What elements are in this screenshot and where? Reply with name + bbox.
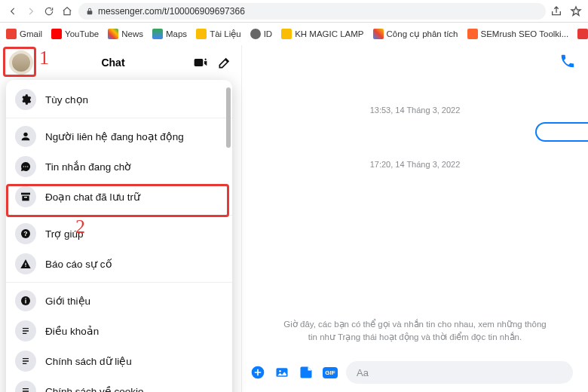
dd-data-policy[interactable]: Chính sách dữ liệu bbox=[6, 346, 232, 376]
youtube-icon bbox=[51, 29, 62, 39]
gmail-icon bbox=[6, 29, 17, 39]
annotation-2: 2 bbox=[75, 216, 85, 238]
dd-archived[interactable]: Đoạn chat đã lưu trữ bbox=[6, 182, 232, 212]
address-bar[interactable]: messenger.com/t/100006909697366 bbox=[78, 3, 546, 20]
svg-rect-0 bbox=[194, 59, 204, 66]
scrollbar[interactable] bbox=[226, 87, 231, 148]
dd-terms[interactable]: Điều khoản bbox=[6, 316, 232, 346]
settings-dropdown: Tùy chọn Người liên hệ đang hoạt động Ti… bbox=[6, 80, 232, 392]
home-button[interactable] bbox=[60, 5, 74, 18]
analytics-icon bbox=[373, 29, 384, 39]
maps-icon bbox=[152, 29, 163, 39]
svg-point-12 bbox=[25, 298, 26, 299]
message-icon bbox=[15, 156, 36, 177]
bookmark-news[interactable]: News bbox=[108, 29, 143, 39]
sticker-icon[interactable] bbox=[298, 364, 314, 381]
bookmark-tailieu[interactable]: Tài Liệu bbox=[196, 29, 241, 39]
annotation-1: 1 bbox=[39, 47, 49, 69]
dd-waiting-msg[interactable]: Tin nhắn đang chờ bbox=[6, 152, 232, 182]
id-icon bbox=[250, 29, 261, 39]
folder-icon bbox=[196, 29, 207, 39]
list-icon bbox=[15, 351, 36, 372]
news-icon bbox=[108, 29, 118, 39]
contact-icon bbox=[15, 126, 36, 147]
message-bubble bbox=[535, 122, 588, 142]
dd-active-contact[interactable]: Người liên hệ đang hoạt động bbox=[6, 121, 232, 152]
help-icon: ? bbox=[15, 223, 36, 244]
dd-about[interactable]: Giới thiệu bbox=[6, 286, 232, 316]
svg-point-15 bbox=[279, 370, 281, 372]
chat-title: Chat bbox=[101, 57, 124, 69]
timestamp-1: 13:53, 14 Tháng 3, 2022 bbox=[242, 106, 588, 115]
gif-icon[interactable]: GIF bbox=[322, 364, 338, 381]
lock-icon bbox=[86, 8, 93, 15]
svg-rect-6 bbox=[21, 193, 30, 195]
dd-tuy-chon[interactable]: Tùy chọn bbox=[6, 84, 232, 115]
bookmark-maps[interactable]: Maps bbox=[152, 29, 187, 39]
reload-button[interactable] bbox=[42, 5, 56, 18]
bookmark-gioithieu[interactable]: Giới thiệu sản phẩ... bbox=[577, 29, 588, 39]
svg-point-5 bbox=[27, 166, 28, 167]
star-icon[interactable] bbox=[570, 5, 582, 17]
message-input[interactable]: Aa bbox=[346, 361, 573, 384]
product-icon bbox=[577, 29, 588, 39]
forward-button[interactable] bbox=[24, 5, 38, 18]
archive-icon bbox=[15, 186, 36, 207]
svg-point-4 bbox=[25, 166, 26, 167]
svg-text:?: ? bbox=[23, 230, 27, 237]
url-text: messenger.com/t/100006909697366 bbox=[98, 6, 245, 17]
list-icon bbox=[15, 320, 36, 341]
folder-icon bbox=[281, 29, 292, 39]
list-icon bbox=[15, 381, 36, 392]
back-button[interactable] bbox=[6, 5, 20, 18]
svg-point-3 bbox=[23, 166, 24, 167]
svg-rect-11 bbox=[25, 300, 26, 304]
timestamp-2: 17:20, 14 Tháng 3, 2022 bbox=[242, 160, 588, 169]
bookmark-semrush[interactable]: SEMrush SEO Toolki... bbox=[467, 29, 569, 39]
bookmark-analytics[interactable]: Công cụ phân tích bbox=[373, 29, 458, 39]
call-icon[interactable] bbox=[559, 53, 576, 69]
gear-icon bbox=[15, 89, 36, 110]
bookmark-youtube[interactable]: YouTube bbox=[51, 29, 99, 39]
share-icon[interactable] bbox=[550, 5, 562, 17]
semrush-icon bbox=[467, 29, 478, 39]
dd-report[interactable]: Báo cáo sự cố bbox=[6, 249, 232, 279]
video-icon[interactable] bbox=[193, 55, 208, 70]
compose-icon[interactable] bbox=[217, 55, 232, 70]
bookmark-id[interactable]: ID bbox=[250, 29, 273, 39]
dd-cookie-policy[interactable]: Chính sách về cookie bbox=[6, 376, 232, 392]
svg-point-2 bbox=[23, 133, 27, 136]
plus-icon[interactable] bbox=[250, 364, 266, 381]
svg-rect-7 bbox=[24, 197, 27, 198]
bookmark-kh[interactable]: KH MAGIC LAMP bbox=[281, 29, 363, 39]
photo-icon[interactable] bbox=[274, 364, 290, 381]
dd-help[interactable]: ?Trợ giúp bbox=[6, 219, 232, 249]
warning-icon bbox=[15, 253, 36, 274]
info-icon bbox=[15, 290, 36, 311]
bookmarks-bar: Gmail YouTube News Maps Tài Liệu ID KH M… bbox=[0, 23, 588, 45]
bookmark-gmail[interactable]: Gmail bbox=[6, 29, 42, 39]
empty-state: Giờ đây, các bạn có thể gọi và nhắn tin … bbox=[242, 318, 588, 345]
avatar[interactable] bbox=[9, 51, 33, 75]
